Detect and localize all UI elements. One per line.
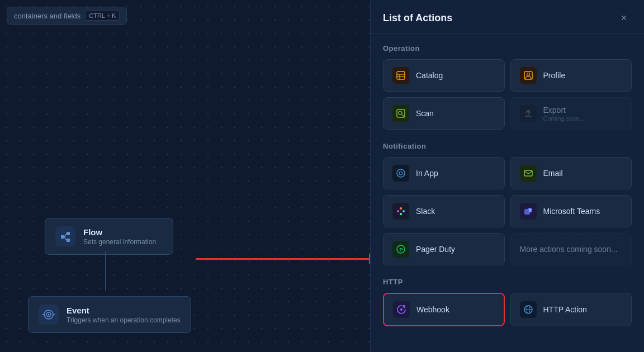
pagerduty-icon: P bbox=[392, 241, 409, 258]
keyboard-shortcut: CTRL + K bbox=[85, 11, 120, 21]
flow-node-text: Flow Sets general information bbox=[83, 227, 156, 246]
operation-grid: Catalog Profile bbox=[383, 59, 632, 130]
svg-point-21 bbox=[399, 172, 402, 175]
arrow-line bbox=[196, 258, 369, 260]
action-scan[interactable]: Scan bbox=[383, 97, 505, 130]
action-catalog[interactable]: Catalog bbox=[383, 59, 505, 92]
profile-text: Profile bbox=[543, 71, 566, 80]
profile-name: Profile bbox=[543, 71, 566, 80]
action-webhook[interactable]: Webhook bbox=[383, 293, 505, 326]
event-node-text: Event Triggers when an operation complet… bbox=[67, 306, 181, 324]
search-bar[interactable]: containers and fields CTRL + K bbox=[7, 7, 127, 25]
catalog-icon bbox=[392, 67, 409, 84]
action-pagerduty[interactable]: P Pager Duty bbox=[383, 233, 505, 265]
email-icon bbox=[520, 165, 537, 182]
scan-icon bbox=[392, 105, 409, 122]
profile-icon bbox=[520, 67, 537, 84]
more-notifications-name: More actions coming soon... bbox=[520, 245, 618, 254]
httpaction-name: HTTP Action bbox=[543, 305, 587, 314]
msteams-text: Microsoft Teams bbox=[543, 207, 600, 216]
slack-icon bbox=[392, 203, 409, 220]
inapp-icon bbox=[392, 165, 409, 182]
export-text: Export Coming soon... bbox=[543, 106, 585, 122]
pagerduty-text: Pager Duty bbox=[416, 245, 455, 254]
action-inapp[interactable]: In App bbox=[383, 157, 505, 189]
email-text: Email bbox=[543, 169, 563, 178]
inapp-name: In App bbox=[416, 169, 438, 178]
event-node-label: Event bbox=[67, 306, 181, 315]
flow-node-icon bbox=[55, 226, 75, 246]
email-name: Email bbox=[543, 169, 563, 178]
notification-grid: In App Email bbox=[383, 157, 632, 265]
action-profile[interactable]: Profile bbox=[510, 59, 632, 92]
catalog-name: Catalog bbox=[416, 71, 443, 80]
panel-title: List of Actions bbox=[383, 12, 452, 24]
httpaction-icon bbox=[520, 301, 537, 318]
operation-section-title: Operation bbox=[383, 44, 632, 53]
svg-rect-26 bbox=[400, 213, 402, 215]
pagerduty-name: Pager Duty bbox=[416, 245, 455, 254]
svg-point-7 bbox=[48, 314, 50, 316]
search-text: containers and fields bbox=[14, 12, 80, 20]
panel-content: Operation Catalog bbox=[371, 34, 644, 352]
event-node-icon bbox=[39, 305, 59, 325]
action-email[interactable]: Email bbox=[510, 157, 632, 189]
webhook-icon bbox=[393, 301, 410, 318]
event-node-desc: Triggers when an operation completes bbox=[67, 316, 181, 324]
slack-text: Slack bbox=[416, 207, 435, 216]
webhook-name: Webhook bbox=[416, 305, 449, 314]
http-section: HTTP Webhook bbox=[383, 278, 632, 326]
svg-line-4 bbox=[64, 237, 67, 240]
svg-point-17 bbox=[399, 111, 402, 115]
export-name: Export bbox=[543, 106, 585, 115]
svg-rect-23 bbox=[397, 210, 399, 212]
export-icon bbox=[520, 105, 537, 122]
notification-section: Notification In App bbox=[383, 142, 632, 265]
svg-text:P: P bbox=[400, 247, 403, 253]
svg-line-3 bbox=[64, 234, 67, 237]
httpaction-text: HTTP Action bbox=[543, 305, 587, 314]
panel-header: List of Actions × bbox=[371, 0, 644, 34]
svg-rect-1 bbox=[67, 232, 70, 235]
action-slack[interactable]: Slack bbox=[383, 195, 505, 227]
slack-name: Slack bbox=[416, 207, 435, 216]
svg-rect-24 bbox=[400, 207, 402, 210]
node-connector bbox=[105, 251, 106, 291]
svg-point-32 bbox=[400, 308, 402, 311]
canvas: containers and fields CTRL + K Flow Sets… bbox=[0, 0, 370, 352]
flow-node-label: Flow bbox=[83, 227, 156, 237]
msteams-name: Microsoft Teams bbox=[543, 207, 600, 216]
svg-text:T: T bbox=[529, 208, 532, 212]
svg-rect-10 bbox=[397, 72, 405, 79]
flow-node-desc: Sets general information bbox=[83, 238, 156, 246]
export-sub: Coming soon... bbox=[543, 115, 585, 122]
close-button[interactable]: × bbox=[616, 10, 632, 26]
flow-node[interactable]: Flow Sets general information bbox=[45, 218, 173, 255]
catalog-text: Catalog bbox=[416, 71, 443, 80]
inapp-text: In App bbox=[416, 169, 438, 178]
actions-panel: List of Actions × Operation bbox=[370, 0, 644, 352]
arrow-head bbox=[369, 253, 370, 264]
svg-point-15 bbox=[527, 73, 529, 76]
msteams-icon: T bbox=[520, 203, 537, 220]
action-more-notifications: More actions coming soon... bbox=[510, 233, 632, 265]
more-notifications-text: More actions coming soon... bbox=[520, 245, 618, 254]
action-export: Export Coming soon... bbox=[510, 97, 632, 130]
svg-rect-0 bbox=[61, 235, 64, 239]
svg-rect-25 bbox=[402, 210, 405, 212]
selection-arrow bbox=[196, 253, 370, 264]
operation-section: Operation Catalog bbox=[383, 44, 632, 130]
svg-point-20 bbox=[397, 169, 405, 177]
scan-text: Scan bbox=[416, 109, 434, 118]
webhook-text: Webhook bbox=[416, 305, 449, 314]
notification-section-title: Notification bbox=[383, 142, 632, 150]
http-grid: Webhook HTTP Action bbox=[383, 293, 632, 326]
svg-rect-2 bbox=[67, 239, 70, 242]
svg-line-18 bbox=[402, 115, 404, 117]
event-node[interactable]: Event Triggers when an operation complet… bbox=[28, 296, 191, 333]
action-msteams[interactable]: T Microsoft Teams bbox=[510, 195, 632, 227]
svg-rect-22 bbox=[524, 170, 532, 176]
scan-name: Scan bbox=[416, 109, 434, 118]
action-http[interactable]: HTTP Action bbox=[510, 293, 632, 326]
http-section-title: HTTP bbox=[383, 278, 632, 286]
